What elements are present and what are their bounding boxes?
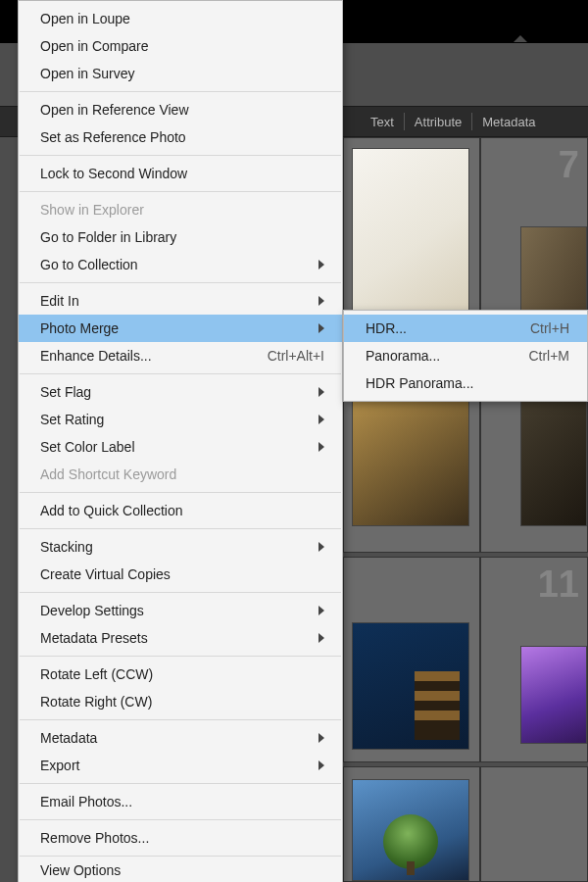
submenu-hdr-panorama[interactable]: HDR Panorama... (344, 369, 587, 397)
cell-index: 11 (538, 564, 579, 606)
menu-develop-settings[interactable]: Develop Settings (19, 597, 342, 624)
menu-open-in-loupe[interactable]: Open in Loupe (19, 5, 342, 32)
menu-divider (20, 592, 341, 593)
filter-metadata[interactable]: Metadata (474, 115, 543, 129)
menu-divider (20, 528, 341, 529)
submenu-arrow-icon (318, 733, 324, 743)
menu-set-flag[interactable]: Set Flag (19, 378, 342, 406)
menu-label: Open in Survey (40, 66, 324, 81)
menu-rotate-left[interactable]: Rotate Left (CCW) (19, 661, 342, 688)
menu-export[interactable]: Export (19, 752, 342, 779)
photo-thumbnail[interactable] (352, 622, 469, 750)
menu-label: Enhance Details... (40, 348, 240, 364)
submenu-arrow-icon (318, 633, 324, 643)
submenu-arrow-icon (318, 442, 324, 452)
menu-label: Open in Reference View (40, 102, 324, 118)
menu-divider (20, 719, 341, 720)
submenu-arrow-icon (318, 387, 324, 397)
grid-cell[interactable] (480, 766, 588, 882)
filter-sep-icon (471, 113, 472, 130)
menu-add-to-quick-collection[interactable]: Add to Quick Collection (19, 497, 342, 524)
menu-add-shortcut-keyword: Add Shortcut Keyword (19, 461, 342, 488)
cell-index: 7 (559, 144, 579, 186)
menu-open-in-compare[interactable]: Open in Compare (19, 32, 342, 60)
menu-divider (20, 155, 341, 156)
photo-thumbnail[interactable] (352, 148, 469, 324)
menu-label: Go to Folder in Library (40, 229, 324, 245)
menu-label: Metadata Presets (40, 630, 303, 646)
thumb-decoration (415, 671, 460, 740)
filter-text[interactable]: Text (363, 115, 402, 129)
menu-create-virtual-copies[interactable]: Create Virtual Copies (19, 561, 342, 588)
menu-open-in-survey[interactable]: Open in Survey (19, 60, 342, 87)
menu-divider (20, 492, 341, 493)
menu-label: HDR... (366, 320, 503, 336)
menu-label: Set Color Label (40, 439, 303, 455)
submenu-arrow-icon (318, 542, 324, 552)
menu-label: Open in Loupe (40, 11, 324, 26)
menu-label: Set Flag (40, 384, 303, 400)
menu-email-photos[interactable]: Email Photos... (19, 788, 342, 815)
submenu-arrow-icon (318, 415, 324, 424)
menu-label: Show in Explorer (40, 202, 324, 218)
menu-label: Add Shortcut Keyword (40, 466, 324, 482)
menu-label: Export (40, 758, 303, 773)
photo-thumbnail[interactable] (352, 779, 469, 881)
menu-view-options[interactable]: View Options (19, 860, 342, 880)
menu-metadata-presets[interactable]: Metadata Presets (19, 624, 342, 652)
panel-collapse-arrow-icon[interactable] (514, 35, 527, 42)
photo-thumbnail[interactable] (520, 646, 587, 744)
menu-enhance-details[interactable]: Enhance Details...Ctrl+Alt+I (19, 342, 342, 369)
menu-divider (20, 191, 341, 192)
filter-attribute[interactable]: Attribute (407, 115, 469, 129)
filter-sep-icon (404, 113, 405, 130)
grid-cell[interactable]: 11 (480, 557, 588, 762)
menu-label: Photo Merge (40, 320, 303, 336)
menu-label: Add to Quick Collection (40, 503, 324, 518)
menu-go-to-folder[interactable]: Go to Folder in Library (19, 223, 342, 251)
menu-label: Stacking (40, 539, 303, 555)
menu-label: Rotate Left (CCW) (40, 666, 324, 682)
menu-show-in-explorer: Show in Explorer (19, 196, 342, 223)
menu-lock-second-window[interactable]: Lock to Second Window (19, 160, 342, 187)
menu-label: Panorama... (366, 348, 501, 364)
menu-divider (20, 373, 341, 374)
menu-label: Create Virtual Copies (40, 566, 324, 582)
menu-accelerator: Ctrl+M (528, 348, 569, 364)
menu-label: Rotate Right (CW) (40, 694, 324, 710)
menu-open-in-reference[interactable]: Open in Reference View (19, 96, 342, 123)
menu-label: Go to Collection (40, 257, 303, 272)
submenu-arrow-icon (318, 260, 324, 270)
menu-remove-photos[interactable]: Remove Photos... (19, 824, 342, 852)
menu-label: Set as Reference Photo (40, 129, 324, 145)
menu-label: Edit In (40, 293, 303, 309)
menu-set-color-label[interactable]: Set Color Label (19, 433, 342, 461)
menu-divider (20, 856, 341, 857)
menu-edit-in[interactable]: Edit In (19, 287, 342, 315)
grid-cell[interactable] (343, 766, 480, 882)
submenu-arrow-icon (318, 760, 324, 770)
menu-label: Lock to Second Window (40, 166, 324, 181)
menu-photo-merge[interactable]: Photo Merge (19, 315, 342, 342)
menu-set-rating[interactable]: Set Rating (19, 406, 342, 433)
menu-set-as-reference[interactable]: Set as Reference Photo (19, 123, 342, 151)
menu-go-to-collection[interactable]: Go to Collection (19, 251, 342, 278)
menu-label: Email Photos... (40, 794, 324, 809)
menu-accelerator: Ctrl+Alt+I (268, 348, 324, 364)
grid-cell[interactable] (343, 557, 480, 762)
menu-divider (20, 656, 341, 657)
submenu-panorama[interactable]: Panorama... Ctrl+M (344, 342, 587, 369)
menu-label: Open in Compare (40, 38, 324, 54)
menu-label: HDR Panorama... (366, 375, 569, 391)
context-menu: Open in Loupe Open in Compare Open in Su… (18, 0, 343, 882)
menu-rotate-right[interactable]: Rotate Right (CW) (19, 688, 342, 715)
thumb-decoration (407, 861, 415, 875)
menu-stacking[interactable]: Stacking (19, 533, 342, 561)
menu-label: Remove Photos... (40, 830, 324, 846)
menu-divider (20, 91, 341, 92)
menu-label: View Options (40, 862, 324, 878)
submenu-hdr[interactable]: HDR... Ctrl+H (344, 315, 587, 342)
submenu-arrow-icon (318, 323, 324, 333)
menu-metadata[interactable]: Metadata (19, 724, 342, 752)
menu-divider (20, 783, 341, 784)
